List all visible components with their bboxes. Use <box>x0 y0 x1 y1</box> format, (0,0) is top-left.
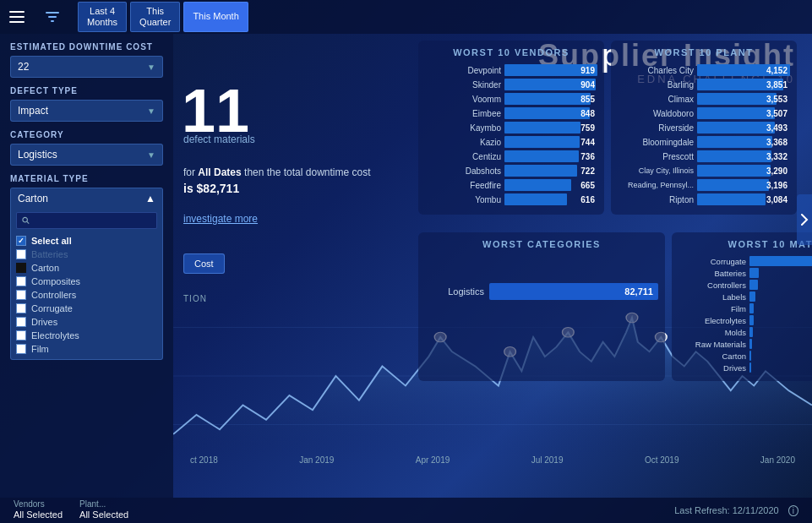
corrugate-item[interactable]: Corrugate <box>16 302 157 315</box>
controllers-item[interactable]: Controllers <box>16 288 157 302</box>
category-dropdown[interactable]: Logistics ▼ <box>10 144 163 166</box>
batteries-label: Batteries <box>31 249 68 259</box>
material-type-label: MATERIAL TYPE <box>10 174 163 183</box>
mat-bar-5 <box>749 315 754 325</box>
drives-item[interactable]: Drives <box>16 315 157 329</box>
mat-label-6: Molds <box>678 328 746 337</box>
plant-val-0: 4,152 <box>766 66 787 75</box>
plant-track-4: 3,493 <box>697 122 790 133</box>
vendor-row-0: Devpoint 919 <box>425 64 597 76</box>
vendor-track-0: 919 <box>504 64 597 76</box>
select-all-checkbox[interactable] <box>16 236 26 246</box>
plant-val-1: 3,851 <box>766 80 787 90</box>
vendor-track-3: 848 <box>504 107 597 119</box>
mat-bar-6 <box>749 327 753 337</box>
chart-label-2: Apr 2019 <box>416 455 450 465</box>
controllers-checkbox[interactable] <box>16 290 26 300</box>
plant-label-5: Bloomingdale <box>618 138 694 147</box>
vendor-track-7: 722 <box>504 165 597 177</box>
filter-icon-button[interactable] <box>37 2 68 32</box>
mat-label-7: Raw Materials <box>678 340 746 349</box>
electrolytes-checkbox[interactable] <box>16 330 26 340</box>
material-row-1: Batteries <box>678 268 812 278</box>
plant-label-6: Prescott <box>618 152 694 161</box>
plant-track-8: 3,196 <box>697 179 790 191</box>
mat-label-2: Controllers <box>678 281 746 290</box>
corrugate-checkbox[interactable] <box>16 303 26 313</box>
investigate-more-button[interactable]: investigate more <box>183 213 258 225</box>
carton-checkbox[interactable] <box>16 263 26 273</box>
chart-label-4: Oct 2019 <box>645 455 679 465</box>
plant-row-3: Waldoboro 3,507 <box>618 107 790 119</box>
category-arrow-icon: ▼ <box>147 150 155 160</box>
material-checkbox-list: Select all Batteries Carton Composites C… <box>11 232 162 359</box>
worst-categories-panel: WORST CATEGORIES Logistics 82,711 <box>418 232 665 381</box>
vendor-val-8: 665 <box>580 181 595 190</box>
chart-label-1: Jan 2019 <box>299 455 334 465</box>
drives-checkbox[interactable] <box>16 317 26 327</box>
info-icon[interactable]: i <box>788 505 798 516</box>
bottom-panels-row: WORST CATEGORIES Logistics 82,711 WORST … <box>418 232 797 381</box>
plant-row-7: Clay City, Illinois 3,290 <box>618 165 790 177</box>
material-search-input[interactable] <box>33 215 151 226</box>
material-type-value: Carton <box>18 193 48 204</box>
material-row-2: Controllers <box>678 280 812 290</box>
vendor-row-7: Dabshots 722 <box>425 165 597 177</box>
defect-type-value: Impact <box>18 105 48 117</box>
plants-filter-display: Plant... All Selected <box>79 499 128 520</box>
material-search-box[interactable] <box>16 212 157 229</box>
plant-track-6: 3,332 <box>697 150 790 162</box>
mat-label-1: Batteries <box>678 269 746 278</box>
drives-label: Drives <box>31 317 57 327</box>
cost-button[interactable]: Cost <box>183 253 225 274</box>
worst-material-panel: WORST 10 MATERIAL Corrugate 47,798 Batte… <box>672 232 812 381</box>
vendor-label-3: Eimbee <box>425 109 501 118</box>
vendor-label-2: Voomm <box>425 95 501 104</box>
carton-item[interactable]: Carton <box>16 261 157 275</box>
plant-track-9: 3,084 <box>697 193 790 205</box>
defect-type-dropdown[interactable]: Impact ▼ <box>10 100 163 122</box>
vendor-val-1: 904 <box>580 80 595 90</box>
material-row-9: Drives <box>678 362 812 373</box>
select-all-item[interactable]: Select all <box>16 234 157 248</box>
composites-item[interactable]: Composites <box>16 275 157 288</box>
vendor-label-8: Feedfire <box>425 181 501 190</box>
electrolytes-item[interactable]: Electrolytes <box>16 329 157 342</box>
estimated-downtime-cost-value: 22 <box>18 61 29 73</box>
film-checkbox[interactable] <box>16 344 26 354</box>
hamburger-button[interactable] <box>0 0 34 34</box>
category-value: Logistics <box>18 149 57 161</box>
category-label: CATEGORY <box>10 130 163 139</box>
mat-bar-9 <box>749 362 751 373</box>
vendor-row-9: Yombu 616 <box>425 193 597 205</box>
plant-track-5: 3,368 <box>697 136 790 148</box>
vendor-bar-4 <box>504 122 580 133</box>
vendors-filter-value: All Selected <box>14 509 63 520</box>
film-item[interactable]: Film <box>16 342 157 356</box>
vendor-label-7: Dabshots <box>425 166 501 176</box>
plant-row-4: Riverside 3,493 <box>618 122 790 133</box>
defect-type-label: DEFECT TYPE <box>10 86 163 95</box>
vendor-track-8: 665 <box>504 179 597 191</box>
this-quarter-button[interactable]: ThisQuarter <box>130 2 180 32</box>
plant-label-4: Riverside <box>618 123 694 133</box>
chevron-right-button[interactable] <box>797 194 812 245</box>
corrugate-label: Corrugate <box>31 303 73 313</box>
estimated-downtime-cost-dropdown[interactable]: 22 ▼ <box>10 56 163 78</box>
plant-label-7: Clay City, Illinois <box>618 166 694 175</box>
material-type-header[interactable]: Carton ▲ <box>11 188 162 209</box>
chevron-right-icon <box>800 213 809 226</box>
composites-checkbox[interactable] <box>16 276 26 286</box>
plant-label-0: Charles City <box>618 66 694 75</box>
material-row-0: Corrugate 47,798 <box>678 256 812 266</box>
batteries-checkbox[interactable] <box>16 249 26 259</box>
vendor-val-5: 744 <box>580 138 595 147</box>
last-refresh: Last Refresh: 12/11/2020 i <box>674 505 798 515</box>
plant-track-2: 3,553 <box>697 93 790 105</box>
material-row-5: Electrolytes <box>678 315 812 325</box>
this-month-button[interactable]: This Month <box>183 2 248 32</box>
batteries-item[interactable]: Batteries <box>16 248 157 261</box>
last-4-months-button[interactable]: Last 4Months <box>78 2 127 32</box>
search-icon <box>22 216 30 225</box>
worst-plant-bars: Charles City 4,152 Barling 3,851 Climax <box>618 64 790 205</box>
